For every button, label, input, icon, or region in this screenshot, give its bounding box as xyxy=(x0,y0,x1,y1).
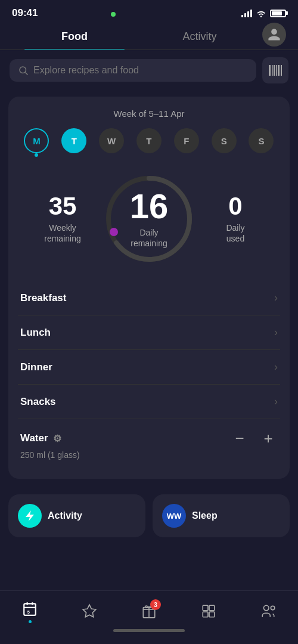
nav-food-icon-wrapper: 5 xyxy=(20,599,39,618)
gear-icon[interactable]: ⚙ xyxy=(53,433,61,444)
lightning-icon xyxy=(23,509,36,522)
water-title: Water ⚙ xyxy=(20,432,61,444)
nav-favorites[interactable] xyxy=(74,599,105,623)
bottom-nav: 5 3 xyxy=(0,590,298,644)
svg-marker-15 xyxy=(83,605,96,617)
search-icon xyxy=(18,65,29,76)
activity-card-label: Activity xyxy=(48,510,82,521)
svg-point-0 xyxy=(20,67,26,73)
star-icon xyxy=(82,603,97,619)
activity-card-icon xyxy=(18,504,42,528)
sleep-card-label: Sleep xyxy=(192,510,218,521)
main-content: Week of 5–11 Apr M T W T F S S 35 Weekly… xyxy=(0,91,298,485)
svg-rect-21 xyxy=(209,612,215,617)
barcode-icon xyxy=(267,62,284,79)
stats-container: 35 Weeklyremaining 16 Dailyremaining 0 D… xyxy=(18,165,280,278)
svg-rect-6 xyxy=(278,65,280,76)
svg-rect-3 xyxy=(272,65,273,76)
tab-bar: Food Activity xyxy=(0,23,298,50)
battery-icon xyxy=(270,10,286,17)
home-indicator xyxy=(0,626,298,632)
avatar-button[interactable] xyxy=(262,23,286,47)
water-row: Water ⚙ − + 250 ml (1 glass) xyxy=(18,419,280,465)
nav-community-icon-wrapper xyxy=(259,602,278,621)
weekly-label: Weeklyremaining xyxy=(24,222,101,244)
water-header: Water ⚙ − + xyxy=(20,429,278,448)
nav-food[interactable]: 5 xyxy=(14,597,45,626)
community-icon xyxy=(260,603,276,619)
water-label: Water xyxy=(20,432,48,444)
snacks-chevron: › xyxy=(274,395,278,408)
dinner-chevron: › xyxy=(274,361,278,373)
used-value: 0 xyxy=(197,194,274,219)
breakfast-label: Breakfast xyxy=(20,292,67,304)
dinner-label: Dinner xyxy=(20,361,52,373)
home-bar xyxy=(113,629,185,632)
svg-point-23 xyxy=(271,606,275,610)
used-stat: 0 Dailyused xyxy=(197,194,274,244)
svg-rect-5 xyxy=(276,65,277,76)
lunch-chevron: › xyxy=(274,326,278,339)
search-box[interactable]: Explore recipes and food xyxy=(10,59,256,82)
svg-point-22 xyxy=(263,605,269,611)
week-label: Week of 5–11 Apr xyxy=(18,109,280,119)
status-time: 09:41 xyxy=(12,7,38,19)
network-dot xyxy=(111,12,116,17)
water-minus-button[interactable]: − xyxy=(230,429,249,448)
day-monday[interactable]: M xyxy=(24,128,49,153)
lunch-label: Lunch xyxy=(20,327,51,339)
bottom-cards-preview: Activity WW Sleep xyxy=(0,494,298,537)
progress-circle: 16 Dailyremaining xyxy=(101,171,197,267)
breakfast-chevron: › xyxy=(274,292,278,304)
daily-label: Dailyremaining xyxy=(130,227,169,249)
svg-rect-10 xyxy=(24,603,36,615)
day-dots: M T W T F S S xyxy=(18,128,280,153)
nav-items: 5 3 xyxy=(0,597,298,626)
wifi-icon xyxy=(256,9,266,17)
dinner-row[interactable]: Dinner › xyxy=(18,350,280,385)
week-card: Week of 5–11 Apr M T W T F S S 35 Weekly… xyxy=(8,97,290,479)
water-plus-button[interactable]: + xyxy=(259,429,278,448)
svg-rect-2 xyxy=(269,65,271,76)
water-controls: − + xyxy=(230,429,278,448)
day-sunday[interactable]: S xyxy=(249,128,274,153)
water-amount: 250 ml (1 glass) xyxy=(20,450,278,460)
activity-card[interactable]: Activity xyxy=(8,494,145,537)
weekly-value: 35 xyxy=(24,194,101,219)
day-saturday[interactable]: S xyxy=(212,128,237,153)
day-thursday[interactable]: T xyxy=(136,128,162,153)
nav-food-active-dot xyxy=(29,620,32,623)
lunch-row[interactable]: Lunch › xyxy=(18,315,280,350)
nav-log-icon-wrapper xyxy=(199,602,218,621)
status-bar: 09:41 xyxy=(0,0,298,23)
breakfast-row[interactable]: Breakfast › xyxy=(18,281,280,315)
day-friday[interactable]: F xyxy=(174,128,199,153)
nav-rewards[interactable]: 3 xyxy=(134,599,164,623)
nav-community[interactable] xyxy=(253,599,284,623)
day-wednesday[interactable]: W xyxy=(99,128,124,153)
tab-food[interactable]: Food xyxy=(12,30,137,50)
search-container: Explore recipes and food xyxy=(0,50,298,91)
meals-section: Breakfast › Lunch › Dinner › Snacks › xyxy=(18,281,280,419)
svg-rect-4 xyxy=(274,65,275,76)
tab-underline xyxy=(0,49,298,50)
day-tuesday[interactable]: T xyxy=(61,128,86,153)
ww-logo: WW xyxy=(162,504,186,528)
nav-favorites-icon-wrapper xyxy=(80,602,99,621)
signal-icon xyxy=(241,9,252,17)
tab-activity[interactable]: Activity xyxy=(137,30,262,50)
sleep-card[interactable]: WW Sleep xyxy=(153,494,290,537)
user-icon xyxy=(267,27,281,42)
daily-value: 16 xyxy=(130,189,169,224)
nav-log[interactable] xyxy=(193,599,224,623)
search-placeholder: Explore recipes and food xyxy=(33,65,139,76)
barcode-button[interactable] xyxy=(262,57,288,83)
snacks-label: Snacks xyxy=(20,396,56,408)
svg-text:5: 5 xyxy=(27,609,30,615)
snacks-row[interactable]: Snacks › xyxy=(18,385,280,419)
status-icons xyxy=(241,9,286,17)
circle-content: 16 Dailyremaining xyxy=(130,189,169,249)
weekly-stat: 35 Weeklyremaining xyxy=(24,194,101,244)
nav-rewards-icon-wrapper: 3 xyxy=(139,602,159,621)
log-icon xyxy=(201,603,216,619)
